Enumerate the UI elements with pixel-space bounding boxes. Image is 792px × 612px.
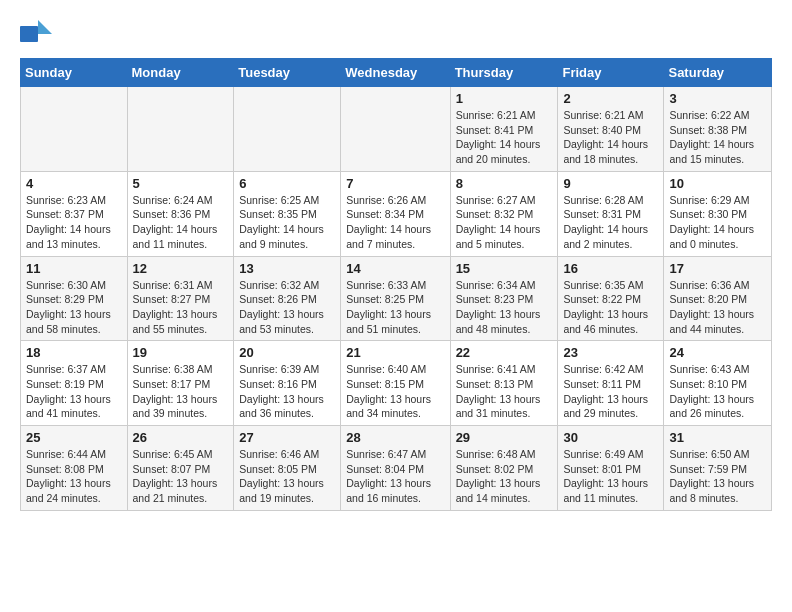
calendar-cell: 7Sunrise: 6:26 AM Sunset: 8:34 PM Daylig… <box>341 171 450 256</box>
calendar-cell: 18Sunrise: 6:37 AM Sunset: 8:19 PM Dayli… <box>21 341 128 426</box>
day-number: 30 <box>563 430 658 445</box>
calendar-cell: 12Sunrise: 6:31 AM Sunset: 8:27 PM Dayli… <box>127 256 234 341</box>
day-number: 4 <box>26 176 122 191</box>
day-header-wednesday: Wednesday <box>341 59 450 87</box>
day-info: Sunrise: 6:41 AM Sunset: 8:13 PM Dayligh… <box>456 362 553 421</box>
calendar-cell: 21Sunrise: 6:40 AM Sunset: 8:15 PM Dayli… <box>341 341 450 426</box>
day-number: 15 <box>456 261 553 276</box>
day-info: Sunrise: 6:47 AM Sunset: 8:04 PM Dayligh… <box>346 447 444 506</box>
day-info: Sunrise: 6:43 AM Sunset: 8:10 PM Dayligh… <box>669 362 766 421</box>
day-info: Sunrise: 6:31 AM Sunset: 8:27 PM Dayligh… <box>133 278 229 337</box>
day-number: 2 <box>563 91 658 106</box>
calendar-week-row: 25Sunrise: 6:44 AM Sunset: 8:08 PM Dayli… <box>21 426 772 511</box>
day-number: 24 <box>669 345 766 360</box>
day-info: Sunrise: 6:46 AM Sunset: 8:05 PM Dayligh… <box>239 447 335 506</box>
day-number: 22 <box>456 345 553 360</box>
svg-marker-1 <box>38 20 52 34</box>
day-info: Sunrise: 6:34 AM Sunset: 8:23 PM Dayligh… <box>456 278 553 337</box>
day-info: Sunrise: 6:45 AM Sunset: 8:07 PM Dayligh… <box>133 447 229 506</box>
calendar-week-row: 4Sunrise: 6:23 AM Sunset: 8:37 PM Daylig… <box>21 171 772 256</box>
calendar-header-row: SundayMondayTuesdayWednesdayThursdayFrid… <box>21 59 772 87</box>
day-info: Sunrise: 6:25 AM Sunset: 8:35 PM Dayligh… <box>239 193 335 252</box>
calendar-cell: 5Sunrise: 6:24 AM Sunset: 8:36 PM Daylig… <box>127 171 234 256</box>
day-number: 10 <box>669 176 766 191</box>
calendar-cell: 10Sunrise: 6:29 AM Sunset: 8:30 PM Dayli… <box>664 171 772 256</box>
day-number: 29 <box>456 430 553 445</box>
day-header-tuesday: Tuesday <box>234 59 341 87</box>
day-number: 27 <box>239 430 335 445</box>
calendar-cell: 8Sunrise: 6:27 AM Sunset: 8:32 PM Daylig… <box>450 171 558 256</box>
day-number: 6 <box>239 176 335 191</box>
calendar-cell: 2Sunrise: 6:21 AM Sunset: 8:40 PM Daylig… <box>558 87 664 172</box>
day-info: Sunrise: 6:26 AM Sunset: 8:34 PM Dayligh… <box>346 193 444 252</box>
day-number: 3 <box>669 91 766 106</box>
calendar-cell: 24Sunrise: 6:43 AM Sunset: 8:10 PM Dayli… <box>664 341 772 426</box>
day-number: 18 <box>26 345 122 360</box>
day-header-saturday: Saturday <box>664 59 772 87</box>
day-number: 19 <box>133 345 229 360</box>
day-number: 5 <box>133 176 229 191</box>
day-info: Sunrise: 6:21 AM Sunset: 8:41 PM Dayligh… <box>456 108 553 167</box>
logo <box>20 20 54 48</box>
day-number: 7 <box>346 176 444 191</box>
calendar-cell: 3Sunrise: 6:22 AM Sunset: 8:38 PM Daylig… <box>664 87 772 172</box>
day-info: Sunrise: 6:24 AM Sunset: 8:36 PM Dayligh… <box>133 193 229 252</box>
calendar-cell: 26Sunrise: 6:45 AM Sunset: 8:07 PM Dayli… <box>127 426 234 511</box>
day-info: Sunrise: 6:42 AM Sunset: 8:11 PM Dayligh… <box>563 362 658 421</box>
logo-icon <box>20 20 52 48</box>
calendar-cell <box>127 87 234 172</box>
day-number: 25 <box>26 430 122 445</box>
calendar-week-row: 18Sunrise: 6:37 AM Sunset: 8:19 PM Dayli… <box>21 341 772 426</box>
day-number: 8 <box>456 176 553 191</box>
calendar-cell: 4Sunrise: 6:23 AM Sunset: 8:37 PM Daylig… <box>21 171 128 256</box>
day-info: Sunrise: 6:48 AM Sunset: 8:02 PM Dayligh… <box>456 447 553 506</box>
day-number: 26 <box>133 430 229 445</box>
calendar-cell: 15Sunrise: 6:34 AM Sunset: 8:23 PM Dayli… <box>450 256 558 341</box>
calendar-cell: 17Sunrise: 6:36 AM Sunset: 8:20 PM Dayli… <box>664 256 772 341</box>
day-number: 13 <box>239 261 335 276</box>
calendar-cell: 14Sunrise: 6:33 AM Sunset: 8:25 PM Dayli… <box>341 256 450 341</box>
day-info: Sunrise: 6:27 AM Sunset: 8:32 PM Dayligh… <box>456 193 553 252</box>
day-info: Sunrise: 6:28 AM Sunset: 8:31 PM Dayligh… <box>563 193 658 252</box>
calendar-cell <box>21 87 128 172</box>
day-info: Sunrise: 6:36 AM Sunset: 8:20 PM Dayligh… <box>669 278 766 337</box>
day-number: 9 <box>563 176 658 191</box>
calendar-cell: 19Sunrise: 6:38 AM Sunset: 8:17 PM Dayli… <box>127 341 234 426</box>
day-info: Sunrise: 6:37 AM Sunset: 8:19 PM Dayligh… <box>26 362 122 421</box>
day-info: Sunrise: 6:44 AM Sunset: 8:08 PM Dayligh… <box>26 447 122 506</box>
calendar-cell: 13Sunrise: 6:32 AM Sunset: 8:26 PM Dayli… <box>234 256 341 341</box>
day-number: 28 <box>346 430 444 445</box>
day-info: Sunrise: 6:35 AM Sunset: 8:22 PM Dayligh… <box>563 278 658 337</box>
day-info: Sunrise: 6:33 AM Sunset: 8:25 PM Dayligh… <box>346 278 444 337</box>
day-header-monday: Monday <box>127 59 234 87</box>
day-info: Sunrise: 6:29 AM Sunset: 8:30 PM Dayligh… <box>669 193 766 252</box>
day-header-thursday: Thursday <box>450 59 558 87</box>
calendar-cell: 25Sunrise: 6:44 AM Sunset: 8:08 PM Dayli… <box>21 426 128 511</box>
day-info: Sunrise: 6:40 AM Sunset: 8:15 PM Dayligh… <box>346 362 444 421</box>
calendar-week-row: 1Sunrise: 6:21 AM Sunset: 8:41 PM Daylig… <box>21 87 772 172</box>
day-number: 31 <box>669 430 766 445</box>
day-info: Sunrise: 6:21 AM Sunset: 8:40 PM Dayligh… <box>563 108 658 167</box>
day-number: 17 <box>669 261 766 276</box>
calendar-cell: 28Sunrise: 6:47 AM Sunset: 8:04 PM Dayli… <box>341 426 450 511</box>
calendar-cell: 23Sunrise: 6:42 AM Sunset: 8:11 PM Dayli… <box>558 341 664 426</box>
calendar-cell <box>234 87 341 172</box>
calendar-cell: 16Sunrise: 6:35 AM Sunset: 8:22 PM Dayli… <box>558 256 664 341</box>
day-info: Sunrise: 6:23 AM Sunset: 8:37 PM Dayligh… <box>26 193 122 252</box>
calendar-cell: 31Sunrise: 6:50 AM Sunset: 7:59 PM Dayli… <box>664 426 772 511</box>
calendar-cell: 27Sunrise: 6:46 AM Sunset: 8:05 PM Dayli… <box>234 426 341 511</box>
calendar-cell: 9Sunrise: 6:28 AM Sunset: 8:31 PM Daylig… <box>558 171 664 256</box>
page-header <box>20 20 772 48</box>
day-info: Sunrise: 6:22 AM Sunset: 8:38 PM Dayligh… <box>669 108 766 167</box>
day-info: Sunrise: 6:30 AM Sunset: 8:29 PM Dayligh… <box>26 278 122 337</box>
day-number: 23 <box>563 345 658 360</box>
day-number: 1 <box>456 91 553 106</box>
calendar-cell: 30Sunrise: 6:49 AM Sunset: 8:01 PM Dayli… <box>558 426 664 511</box>
day-info: Sunrise: 6:49 AM Sunset: 8:01 PM Dayligh… <box>563 447 658 506</box>
calendar-table: SundayMondayTuesdayWednesdayThursdayFrid… <box>20 58 772 511</box>
calendar-cell: 6Sunrise: 6:25 AM Sunset: 8:35 PM Daylig… <box>234 171 341 256</box>
calendar-cell <box>341 87 450 172</box>
day-number: 21 <box>346 345 444 360</box>
calendar-cell: 11Sunrise: 6:30 AM Sunset: 8:29 PM Dayli… <box>21 256 128 341</box>
day-header-sunday: Sunday <box>21 59 128 87</box>
